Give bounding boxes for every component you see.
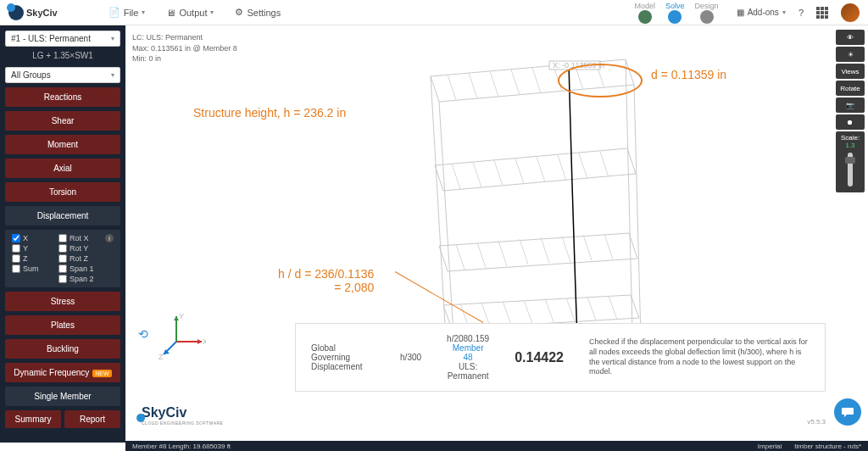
- svg-line-30: [503, 301, 511, 325]
- record-icon[interactable]: ⏺: [836, 114, 865, 130]
- svg-line-18: [579, 153, 587, 179]
- views-button[interactable]: Views: [836, 64, 865, 79]
- check-sum[interactable]: Sum: [12, 264, 52, 273]
- mode-model[interactable]: Model: [630, 0, 661, 25]
- svg-line-34: [587, 297, 596, 320]
- svg-line-31: [524, 300, 532, 324]
- annotation-ratio: h / d = 236/0.1136= 2,080: [278, 267, 374, 294]
- check-z[interactable]: Z: [12, 254, 52, 263]
- help-icon[interactable]: ?: [798, 8, 804, 18]
- logo[interactable]: SkyCiv: [8, 5, 58, 20]
- check-rotx[interactable]: Rot X: [58, 234, 98, 242]
- svg-line-8: [532, 68, 541, 93]
- result-member-link[interactable]: Member 48: [447, 343, 489, 362]
- svg-line-33: [566, 298, 575, 321]
- load-combo-select[interactable]: #1 - ULS: Permanent▾: [5, 31, 120, 47]
- check-y[interactable]: Y: [12, 244, 52, 253]
- shear-button[interactable]: Shear: [5, 111, 120, 131]
- result-panel: Global Governing Displacement h/300 h/20…: [295, 323, 826, 392]
- svg-line-20: [456, 244, 465, 270]
- svg-line-16: [537, 157, 545, 182]
- right-toolbar: 👁 ☀ Views Rotate 📷 ⏺ Scale:1.3: [836, 30, 865, 192]
- scale-panel: Scale:1.3: [836, 131, 865, 192]
- result-limit: h/300: [400, 353, 421, 362]
- svg-line-15: [515, 159, 524, 184]
- annotation-d: d = 0.11359 in: [651, 68, 726, 81]
- result-title: Global Governing Displacement: [311, 343, 375, 371]
- main-viewport[interactable]: LC: ULS: Permanent Max: 0.113561 in @ Me…: [125, 25, 868, 443]
- chat-button[interactable]: [834, 398, 861, 426]
- svg-line-26: [583, 235, 592, 260]
- displacement-options: X Rot X i Y Rot Y Z Rot Z Sum Span 1 Spa…: [5, 230, 120, 287]
- member-length: Member #8 Length: 19.685039 ft: [132, 443, 231, 450]
- single-member-button[interactable]: Single Member: [5, 387, 120, 406]
- svg-line-2: [634, 85, 641, 339]
- mode-solve[interactable]: Solve: [660, 0, 690, 25]
- rotate-button[interactable]: Rotate: [836, 81, 865, 96]
- check-span1[interactable]: Span 1: [58, 264, 98, 273]
- svg-line-23: [520, 239, 528, 264]
- reactions-button[interactable]: Reactions: [5, 87, 120, 107]
- svg-marker-38: [198, 339, 202, 344]
- svg-line-12: [452, 164, 460, 189]
- axial-button[interactable]: Axial: [5, 159, 120, 178]
- svg-line-13: [473, 162, 481, 187]
- svg-line-35: [609, 296, 617, 320]
- avatar[interactable]: [841, 3, 860, 22]
- svg-line-5: [469, 73, 477, 98]
- result-actual: h/2080.159: [447, 334, 489, 343]
- orbit-icon[interactable]: ⟲: [138, 327, 148, 341]
- svg-line-24: [541, 237, 549, 263]
- result-value: 0.14422: [515, 350, 564, 365]
- dynfreq-button[interactable]: Dynamic Frequency: [5, 363, 120, 382]
- check-rotz[interactable]: Rot Z: [58, 254, 98, 263]
- check-x[interactable]: X: [12, 234, 52, 242]
- torsion-button[interactable]: Torsion: [5, 182, 120, 202]
- svg-line-1: [626, 59, 632, 331]
- scale-slider[interactable]: [848, 153, 853, 187]
- output-menu[interactable]: 🖥Output▾: [166, 7, 214, 18]
- svg-text:Z: Z: [159, 353, 164, 361]
- apps-icon[interactable]: [816, 7, 828, 19]
- status-bar: Member #8 Length: 19.685039 ft Imperial …: [125, 441, 868, 451]
- svg-line-17: [558, 155, 566, 181]
- units-label[interactable]: Imperial: [758, 443, 782, 450]
- addons-menu[interactable]: ▦Add-ons▾: [737, 8, 786, 17]
- sun-icon[interactable]: ☀: [836, 47, 865, 62]
- settings-menu[interactable]: ⚙Settings: [235, 7, 281, 18]
- annotation-height: Structure height, h = 236.2 in: [193, 106, 346, 120]
- version-label: v5.5.3: [807, 418, 826, 426]
- check-roty[interactable]: Rot Y: [58, 244, 98, 253]
- svg-line-3: [439, 102, 454, 348]
- mode-design[interactable]: Design: [690, 0, 724, 25]
- info-icon[interactable]: i: [105, 234, 114, 242]
- svg-line-6: [490, 71, 498, 97]
- svg-line-7: [511, 70, 520, 95]
- svg-line-22: [498, 241, 507, 266]
- logo-watermark: SkyCivCLOUD ENGINEERING SOFTWARE: [138, 405, 223, 426]
- svg-text:X: X: [203, 337, 206, 346]
- svg-line-25: [562, 237, 570, 262]
- axes-gizmo: X Y Z: [155, 312, 206, 366]
- displacement-button[interactable]: Displacement: [5, 206, 120, 226]
- sw-label: LG + 1.35×SW1: [5, 51, 120, 60]
- moment-button[interactable]: Moment: [5, 135, 120, 154]
- report-button[interactable]: Report: [64, 410, 120, 428]
- svg-line-19: [600, 152, 609, 177]
- summary-button[interactable]: Summary: [5, 410, 61, 428]
- file-label[interactable]: timber structure - nds*: [794, 443, 861, 450]
- result-lc: ULS: Permanent: [447, 362, 489, 381]
- camera-icon[interactable]: 📷: [836, 97, 865, 113]
- file-menu[interactable]: 📄File▾: [108, 7, 146, 18]
- svg-line-21: [477, 242, 486, 268]
- result-description: Checked if the displacement perpendicula…: [589, 337, 810, 377]
- stress-button[interactable]: Stress: [5, 292, 120, 311]
- groups-select[interactable]: All Groups▾: [5, 67, 120, 83]
- sidebar: #1 - ULS: Permanent▾ LG + 1.35×SW1 All G…: [0, 25, 125, 443]
- plates-button[interactable]: Plates: [5, 315, 120, 335]
- annotation-ellipse: [558, 64, 643, 97]
- eye-icon[interactable]: 👁: [836, 30, 865, 45]
- mode-tabs: Model Solve Design: [630, 0, 724, 25]
- buckling-button[interactable]: Buckling: [5, 339, 120, 359]
- check-span2[interactable]: Span 2: [58, 275, 98, 283]
